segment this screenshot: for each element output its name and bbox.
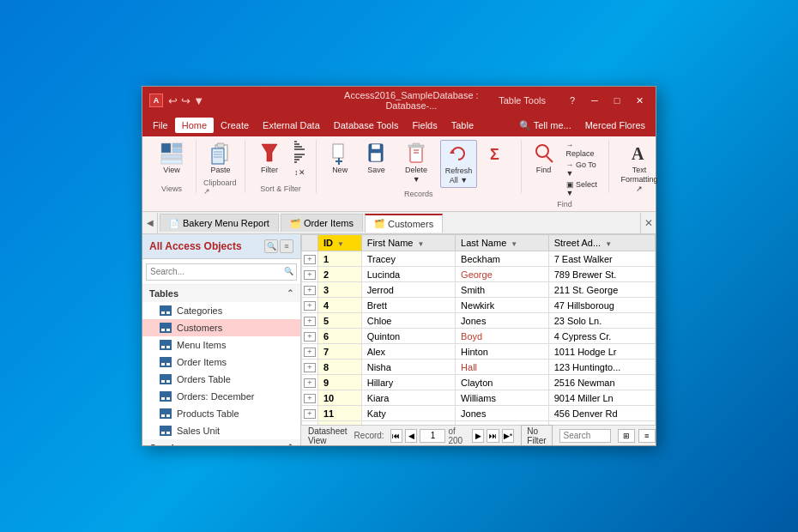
table-row[interactable]: +10KiaraWilliams9014 Miller Ln	[302, 390, 656, 406]
replace-button[interactable]: → Replace	[563, 140, 602, 159]
sidebar-item-products-table[interactable]: Products Table	[142, 405, 300, 422]
expand-button[interactable]: +	[304, 301, 316, 311]
expand-button[interactable]: +	[304, 270, 316, 280]
tabs-close-btn[interactable]: ✕	[640, 213, 656, 233]
expand-button[interactable]: +	[304, 394, 316, 403]
sidebar-item-sales-unit[interactable]: Sales Unit	[142, 422, 300, 439]
new-button[interactable]: New	[323, 140, 356, 177]
row-expand-cell[interactable]: +	[302, 344, 318, 360]
table-row[interactable]: +9HillaryClayton2516 Newman	[302, 375, 656, 390]
menu-external-data[interactable]: External Data	[256, 118, 327, 133]
sidebar-item-orders-table[interactable]: Orders Table	[142, 371, 300, 388]
id-col-header[interactable]: ID ▼	[318, 235, 362, 251]
tab-bakery-menu-report[interactable]: 📄 Bakery Menu Report	[160, 214, 279, 232]
grid-search-input[interactable]	[559, 429, 611, 443]
new-record-button[interactable]: ▶*	[502, 429, 514, 443]
row-expand-cell[interactable]: +	[302, 406, 318, 421]
expand-button[interactable]: +	[304, 286, 316, 295]
status-right: ⊞ ≡	[618, 429, 656, 443]
tab-order-items[interactable]: 🗂️ Order Items	[281, 214, 363, 232]
next-record-button[interactable]: ▶	[472, 429, 484, 443]
table-row[interactable]: +5ChloeJones23 Solo Ln.	[302, 313, 656, 329]
grid-view-button[interactable]: ⊞	[618, 429, 635, 443]
goto-button[interactable]: → Go To ▼	[563, 160, 602, 178]
expand-button[interactable]: +	[304, 348, 316, 357]
row-expand-cell[interactable]: +	[302, 360, 318, 375]
row-expand-cell[interactable]: +	[302, 298, 318, 313]
sidebar-item-orders-december[interactable]: Orders: December	[142, 388, 300, 405]
close-button[interactable]: ✕	[630, 92, 649, 109]
menu-database-tools[interactable]: Database Tools	[327, 118, 406, 133]
search-icon[interactable]: 🔍	[281, 264, 295, 278]
queries-collapse-btn[interactable]: ⌃	[287, 443, 293, 445]
tables-collapse-btn[interactable]: ⌃	[287, 288, 293, 298]
table-row[interactable]: +1TraceyBeckham7 East Walker	[302, 251, 656, 267]
menu-table[interactable]: Table	[444, 118, 481, 133]
maximize-button[interactable]: □	[608, 92, 626, 109]
menu-file[interactable]: File	[146, 118, 175, 133]
expand-button[interactable]: +	[304, 409, 316, 419]
row-expand-cell[interactable]: +	[302, 390, 318, 406]
menu-fields[interactable]: Fields	[405, 118, 444, 133]
expand-button[interactable]: +	[304, 332, 316, 342]
text-formatting-button[interactable]: A TextFormatting ↗	[616, 140, 663, 195]
table-row[interactable]: +6QuintonBoyd4 Cypress Cr.	[302, 329, 656, 344]
remove-sort-button[interactable]: ↕✕	[290, 166, 309, 178]
view-button[interactable]: View	[154, 140, 189, 177]
menu-home[interactable]: Home	[175, 118, 214, 133]
table-row[interactable]: +2LucindaGeorge789 Brewer St.	[302, 267, 656, 282]
find-button[interactable]: Find	[529, 140, 559, 177]
help-button[interactable]: ?	[563, 92, 582, 109]
row-expand-cell[interactable]: +	[302, 251, 318, 267]
table-row[interactable]: +7AlexHinton1011 Hodge Lr	[302, 344, 656, 360]
sidebar-item-menu-items[interactable]: Menu Items	[142, 336, 300, 354]
tab-customers[interactable]: 🗂️ Customers	[365, 214, 443, 233]
other-view-button[interactable]: ≡	[638, 429, 656, 443]
prev-record-button[interactable]: ◀	[405, 429, 417, 443]
first-record-button[interactable]: ⏮	[390, 429, 402, 443]
expand-button[interactable]: +	[304, 363, 316, 372]
totals-button[interactable]: Σ	[481, 140, 513, 167]
filter-button[interactable]: Filter	[252, 140, 287, 177]
table-row[interactable]: +11KatyJones456 Denver Rd	[302, 406, 656, 421]
select-button[interactable]: ▣ Select ▼	[563, 179, 602, 198]
sidebar-item-categories[interactable]: Categories	[142, 302, 300, 319]
sort-desc-button[interactable]	[290, 153, 309, 165]
table-row[interactable]: +8NishaHall123 Huntingto...	[302, 360, 656, 375]
row-expand-cell[interactable]: +	[302, 313, 318, 329]
sidebar-item-order-items[interactable]: Order Items	[142, 354, 300, 371]
row-expand-cell[interactable]: +	[302, 282, 318, 298]
sidebar-menu-btn[interactable]: ≡	[280, 239, 293, 253]
last-record-button[interactable]: ⏭	[487, 429, 499, 443]
expand-button[interactable]: +	[304, 378, 316, 388]
table-row[interactable]: +4BrettNewkirk47 Hillsboroug	[302, 298, 656, 313]
expand-button[interactable]: +	[304, 317, 316, 326]
data-grid[interactable]: ID ▼ First Name ▼ Last Name ▼ Street Ad.…	[301, 234, 656, 425]
firstname-col-header[interactable]: First Name ▼	[361, 235, 455, 251]
delete-button[interactable]: Delete ▼	[396, 140, 437, 186]
lastname-col-header[interactable]: Last Name ▼	[456, 235, 549, 251]
menu-create[interactable]: Create	[214, 118, 256, 133]
sidebar-search-btn[interactable]: 🔍	[264, 239, 278, 253]
tabs-left-arrow[interactable]: ◀	[142, 213, 158, 233]
refresh-button[interactable]: RefreshAll ▼	[440, 140, 478, 188]
minimize-button[interactable]: ─	[585, 92, 604, 109]
filter-badge[interactable]: No Filter	[521, 425, 552, 446]
table-row[interactable]: +3JerrodSmith211 St. George	[302, 282, 656, 298]
row-expand-cell[interactable]: +	[302, 375, 318, 390]
svg-rect-21	[333, 144, 343, 158]
tab-customers-label: Customers	[388, 219, 433, 229]
row-expand-cell[interactable]: +	[302, 267, 318, 282]
street-col-header[interactable]: Street Ad... ▼	[548, 235, 655, 251]
expand-button[interactable]: +	[304, 255, 316, 264]
current-record-input[interactable]	[420, 429, 445, 443]
menu-tell-me[interactable]: 🔍 Tell me...	[512, 118, 578, 134]
sidebar-item-customers[interactable]: Customers	[142, 319, 300, 336]
street-cell: 123 Huntingto...	[548, 360, 655, 375]
save-record-button[interactable]: Save	[360, 140, 392, 177]
undo-btn[interactable]: ↩ ↪ ▼	[168, 94, 204, 107]
row-expand-cell[interactable]: +	[302, 329, 318, 344]
sort-asc-button[interactable]	[290, 140, 309, 152]
paste-button[interactable]: Paste	[203, 140, 238, 177]
search-input[interactable]	[146, 263, 297, 281]
